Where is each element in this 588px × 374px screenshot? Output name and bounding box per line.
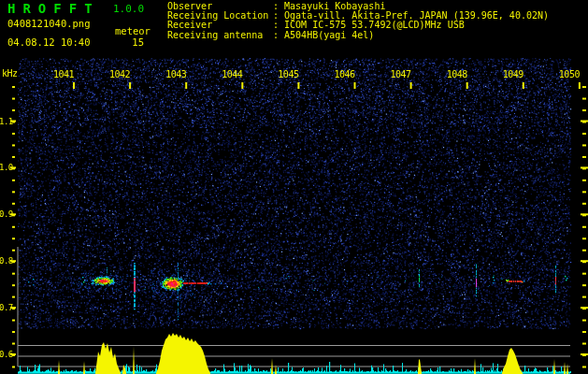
x-axis-tick-label: 1043 <box>161 69 191 79</box>
x-axis-tick-label: 1045 <box>273 69 303 79</box>
meteor-count: 15 <box>122 36 144 48</box>
app-title: HROFFT <box>7 1 100 16</box>
x-axis-tick-label: 1050 <box>554 69 584 79</box>
mode-label: meteor <box>115 25 151 36</box>
y-axis-unit-label: kHz <box>2 68 18 79</box>
hrofft-window: HROFFT 1.0.0 0408121040.png meteor 04.08… <box>0 0 588 374</box>
x-axis-tick-label: 1042 <box>105 69 135 79</box>
x-axis-tick-label: 1049 <box>498 69 528 79</box>
y-axis-tick-label: 0.9 <box>0 209 12 219</box>
datetime-label: 04.08.12 10:40 <box>7 36 91 48</box>
app-version: 1.0.0 <box>113 3 144 15</box>
x-axis-tick-label: 1044 <box>217 69 247 79</box>
info-label: Receiving antenna <box>167 31 273 40</box>
x-axis-tick-label: 1048 <box>442 69 472 79</box>
output-filename: 0408121040.png <box>7 18 91 29</box>
spectrogram-canvas <box>0 0 588 374</box>
x-axis-tick-label: 1047 <box>386 69 416 79</box>
info-value: A504HB(yagi 4el) <box>284 30 374 40</box>
x-axis-tick-label: 1041 <box>49 69 79 79</box>
info-row: Receiving antenna: A504HB(yagi 4el) <box>167 31 549 40</box>
y-axis-tick-label: 1.0 <box>0 163 12 172</box>
x-axis-tick-label: 1046 <box>330 69 360 79</box>
y-axis-tick-label: 1.1 <box>0 117 12 126</box>
y-axis-tick-label: 0.6 <box>0 350 12 359</box>
station-info: Observer: Masayuki KobayashiReceiving Lo… <box>167 2 549 40</box>
y-axis-tick-label: 0.8 <box>0 256 12 266</box>
y-axis-tick-label: 0.7 <box>0 303 12 312</box>
info-separator: : <box>273 30 284 40</box>
